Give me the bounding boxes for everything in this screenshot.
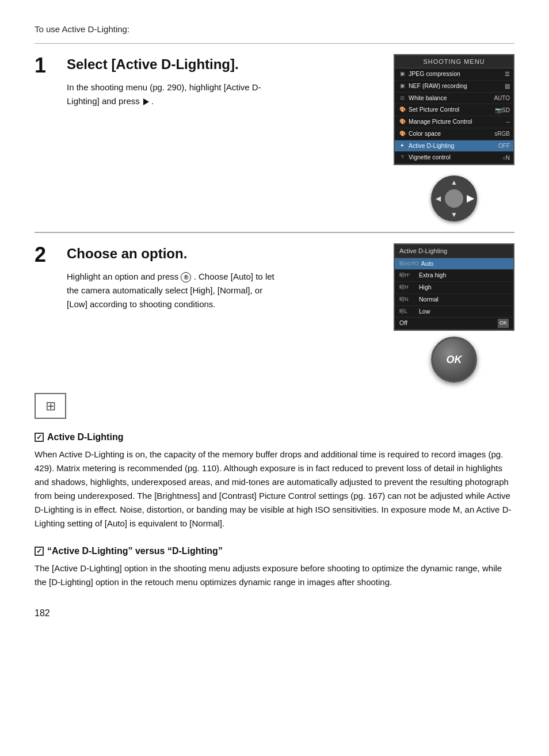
dpad-center bbox=[445, 189, 463, 208]
circled-ok-icon: ® bbox=[181, 272, 191, 282]
checkbox-icon-2: ✓ bbox=[35, 547, 44, 556]
step-1-body: In the shooting menu (pg. 290), highligh… bbox=[67, 81, 285, 108]
step-2-body: Highlight an option and press ® . Choose… bbox=[67, 270, 285, 311]
dpad-right-arrow[interactable]: ▶ bbox=[464, 193, 476, 204]
ok-label: OK bbox=[447, 352, 462, 368]
step-1-section: 1 Select [Active D-Lighting]. In the sho… bbox=[35, 43, 514, 233]
adl-item-low: 昭L Low bbox=[395, 306, 513, 318]
step-1-image: SHOOTING MENU ▣ JPEG compression ☰ ▣ NEF… bbox=[394, 54, 514, 222]
menu-item: ▣ NEF (RAW) recording ▥ bbox=[395, 81, 513, 93]
intro-text: To use Active D-Lighting: bbox=[35, 23, 514, 36]
adl-item-normal: 昭N Normal bbox=[395, 294, 513, 306]
step-2-section: 2 Choose an option. Highlight an option … bbox=[35, 232, 514, 393]
note-1-body: When Active D-Lighting is on, the capaci… bbox=[35, 448, 514, 530]
adl-item-extrahigh: 昭H⁺ Extra high bbox=[395, 270, 513, 282]
note-1-heading: ✓ Active D-Lighting bbox=[35, 430, 514, 444]
menu-icon: ✦ bbox=[398, 142, 406, 150]
menu-icon: 🎨 bbox=[398, 118, 406, 126]
adl-item-auto: 昭AUTO Auto bbox=[395, 258, 513, 270]
adl-item-off: Off OK bbox=[395, 318, 513, 330]
checkbox-icon: ✓ bbox=[35, 433, 44, 442]
step-1-title: Select [Active D-Lighting]. bbox=[67, 54, 382, 75]
menu-title: SHOOTING MENU bbox=[395, 55, 513, 69]
page-number: 182 bbox=[35, 606, 514, 620]
menu-icon: ▣ bbox=[398, 70, 406, 78]
menu-icon: ▣ bbox=[398, 82, 406, 90]
note-2-block: ✓ “Active D-Lighting” versus “D-Lighting… bbox=[35, 544, 514, 589]
dpad-down-arrow: ▼ bbox=[448, 209, 460, 220]
menu-icon: 🎨 bbox=[398, 106, 406, 114]
step-1-content: Select [Active D-Lighting]. In the shoot… bbox=[67, 54, 382, 108]
step-2-image: Active D-Lighting 昭AUTO Auto 昭H⁺ Extra h… bbox=[394, 243, 514, 383]
step-2-title: Choose an option. bbox=[67, 243, 382, 264]
adl-menu-title: Active D-Lighting bbox=[395, 245, 513, 258]
right-arrow-icon bbox=[143, 98, 149, 105]
dpad-up-arrow: ▲ bbox=[448, 177, 460, 188]
ok-button-area: OK bbox=[431, 337, 477, 383]
note-2-heading: ✓ “Active D-Lighting” versus “D-Lighting… bbox=[35, 544, 514, 558]
menu-item-highlighted: ✦ Active D-Lighting OFF bbox=[395, 140, 513, 152]
adl-item-high: 昭H High bbox=[395, 282, 513, 294]
step-1-menu-screen: SHOOTING MENU ▣ JPEG compression ☰ ▣ NEF… bbox=[394, 54, 514, 166]
step-2-number: 2 bbox=[35, 243, 55, 265]
menu-item: ▣ JPEG compression ☰ bbox=[395, 68, 513, 81]
dpad-control: ▲ ▼ ◀ ▶ bbox=[431, 175, 477, 222]
menu-item: ⚖ White balance AUTO bbox=[395, 93, 513, 105]
menu-icon: ⚖ bbox=[398, 94, 406, 102]
note-2-body: The [Active D-Lighting] option in the sh… bbox=[35, 562, 514, 589]
menu-item: 🎨 Color space sRGB bbox=[395, 128, 513, 140]
dpad-left-arrow: ◀ bbox=[432, 193, 444, 204]
menu-icon: ? bbox=[398, 154, 406, 162]
ok-indicator: OK bbox=[498, 319, 509, 328]
step-1-number: 1 bbox=[35, 54, 55, 76]
menu-item: 🎨 Set Picture Control 📷SD bbox=[395, 104, 513, 116]
note-1-block: ✓ Active D-Lighting When Active D-Lighti… bbox=[35, 430, 514, 530]
menu-item: ? Vignette control ○N bbox=[395, 152, 513, 164]
menu-items-list: ▣ JPEG compression ☰ ▣ NEF (RAW) recordi… bbox=[395, 68, 513, 164]
adl-menu-screen: Active D-Lighting 昭AUTO Auto 昭H⁺ Extra h… bbox=[394, 243, 514, 331]
note-icon-box: ⊞ bbox=[35, 393, 66, 419]
menu-icon: 🎨 bbox=[398, 130, 406, 138]
grid-icon: ⊞ bbox=[45, 396, 56, 415]
menu-item: 🎨 Manage Picture Control -- bbox=[395, 116, 513, 128]
ok-button[interactable]: OK bbox=[431, 337, 477, 383]
step-2-content: Choose an option. Highlight an option an… bbox=[67, 243, 382, 311]
